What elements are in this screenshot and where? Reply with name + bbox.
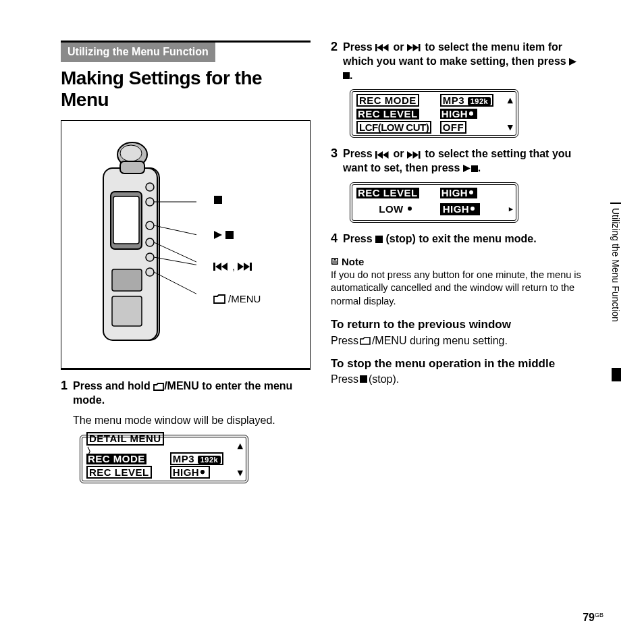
svg-marker-37 xyxy=(569,58,576,65)
callout-prev-next: , xyxy=(213,261,254,272)
step-4-instruction: Press (stop) to exit the menu mode. xyxy=(343,232,583,246)
svg-point-49 xyxy=(408,207,412,211)
svg-marker-21 xyxy=(214,231,222,239)
svg-line-17 xyxy=(154,242,196,267)
lcd-screen-3: REC LEVEL HIGH LOW HIGH ▸ xyxy=(350,182,518,223)
stop-icon xyxy=(343,72,350,79)
play-icon xyxy=(569,58,577,65)
svg-marker-34 xyxy=(407,44,413,51)
svg-rect-4 xyxy=(120,161,144,173)
svg-rect-13 xyxy=(112,269,142,291)
step-1-description: The menu mode window will be displayed. xyxy=(73,413,311,428)
step-number: 3 xyxy=(331,147,338,176)
callout-play-stop xyxy=(213,230,234,240)
svg-marker-26 xyxy=(221,263,227,271)
up-arrow-icon: ▴ xyxy=(238,439,244,452)
lcd-screen-2: REC MODE MP3 192k▴ REC LEVEL HIGH LCF(LO… xyxy=(350,89,518,138)
lcd-detail-menu: DETAIL MENU xyxy=(86,432,164,446)
svg-rect-29 xyxy=(250,263,252,271)
svg-marker-32 xyxy=(377,44,383,51)
svg-point-7 xyxy=(146,183,154,191)
play-icon xyxy=(213,230,223,240)
step-number: 2 xyxy=(331,41,338,82)
svg-point-11 xyxy=(146,253,154,261)
svg-point-10 xyxy=(146,238,154,246)
side-tab-marker xyxy=(612,368,621,381)
stop-icon xyxy=(360,375,367,383)
lcd-option-low: LOW xyxy=(379,203,404,215)
section-divider: Utilizing the Menu Function xyxy=(61,41,311,62)
svg-rect-51 xyxy=(375,236,383,243)
svg-rect-22 xyxy=(225,231,234,239)
stop-icon xyxy=(375,236,383,243)
svg-point-50 xyxy=(471,207,475,211)
note-body: If you do not press any button for one m… xyxy=(331,269,583,308)
page-number: 79GB xyxy=(583,612,603,624)
step-2-instruction: Press or to select the menu item for whi… xyxy=(343,41,583,82)
svg-rect-56 xyxy=(333,263,337,263)
mic-icon xyxy=(406,206,414,213)
lcd-rec-level: REC LEVEL xyxy=(356,188,419,198)
svg-marker-27 xyxy=(238,263,244,271)
stop-icon xyxy=(225,231,234,239)
step-4: 4 Press (stop) to exit the menu mode. xyxy=(331,232,583,246)
svg-line-19 xyxy=(154,272,196,299)
stop-icon xyxy=(471,165,478,172)
note-icon xyxy=(331,257,339,265)
step-2: 2 Press or to select the menu item for w… xyxy=(331,41,583,82)
callout-stop xyxy=(213,195,223,205)
svg-rect-40 xyxy=(375,151,377,159)
next-track-icon xyxy=(238,263,254,271)
svg-rect-20 xyxy=(214,196,222,204)
up-arrow-icon: ▴ xyxy=(508,94,514,106)
svg-point-12 xyxy=(146,268,154,276)
prev-track-icon xyxy=(213,263,230,271)
lcd-option-high: HIGH xyxy=(443,203,470,215)
svg-point-9 xyxy=(146,221,154,230)
down-arrow-icon: ▾ xyxy=(508,121,514,133)
svg-rect-38 xyxy=(343,72,350,79)
svg-line-18 xyxy=(154,257,196,267)
svg-rect-57 xyxy=(360,375,367,383)
mic-icon xyxy=(199,469,207,476)
next-track-icon xyxy=(407,44,422,51)
svg-rect-36 xyxy=(419,44,421,51)
lcd-screen-1: DETAIL MENU〉 ▴ REC MODE MP3 192k REC LEV… xyxy=(80,435,248,483)
svg-marker-28 xyxy=(244,263,250,271)
side-tab: Utilizing the Menu Function xyxy=(610,203,621,365)
folder-icon xyxy=(360,337,371,345)
stop-body: Press (stop). xyxy=(331,373,583,385)
recorder-illustration xyxy=(92,134,196,360)
svg-point-8 xyxy=(146,198,154,206)
svg-marker-41 xyxy=(377,151,383,159)
page-title: Making Settings for the Menu xyxy=(61,68,311,111)
return-body: Press /MENU during menu setting. xyxy=(331,335,583,347)
svg-rect-54 xyxy=(334,259,336,261)
svg-rect-31 xyxy=(375,44,377,51)
svg-marker-33 xyxy=(383,44,389,51)
svg-marker-35 xyxy=(412,44,419,51)
stop-icon xyxy=(213,195,223,205)
step-number: 1 xyxy=(61,379,68,427)
note-heading: Note xyxy=(331,256,583,267)
svg-rect-47 xyxy=(471,165,478,172)
device-diagram: , /MENU xyxy=(61,120,311,370)
down-arrow-icon: ▾ xyxy=(238,466,244,479)
stop-heading: To stop the menu operation in the middle xyxy=(331,356,583,371)
step-1: 1 Press and hold /MENU to enter the menu… xyxy=(61,379,311,427)
svg-marker-44 xyxy=(412,151,419,159)
step-1-instruction: Press and hold /MENU to enter the menu m… xyxy=(73,379,311,408)
svg-marker-43 xyxy=(407,151,413,159)
mic-icon xyxy=(468,111,476,117)
right-arrow-icon: ▸ xyxy=(509,205,514,213)
svg-rect-23 xyxy=(213,263,215,271)
svg-marker-46 xyxy=(463,165,471,172)
mic-icon xyxy=(468,190,476,196)
svg-rect-6 xyxy=(113,196,139,244)
lcd-rec-level: REC LEVEL xyxy=(356,109,419,119)
callout-menu: /MENU xyxy=(213,293,261,304)
svg-point-48 xyxy=(469,190,473,194)
svg-rect-55 xyxy=(333,261,337,262)
svg-line-16 xyxy=(154,225,196,237)
svg-rect-14 xyxy=(112,296,142,326)
